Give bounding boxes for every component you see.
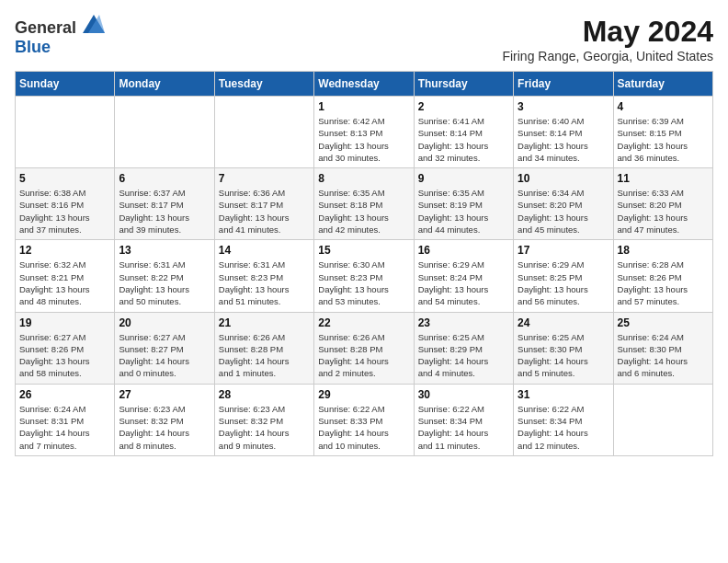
calendar-week-row: 26Sunrise: 6:24 AM Sunset: 8:31 PM Dayli… [16, 384, 713, 455]
calendar-cell: 19Sunrise: 6:27 AM Sunset: 8:26 PM Dayli… [16, 312, 115, 384]
header-saturday: Saturday [613, 72, 712, 97]
calendar-cell [214, 97, 313, 168]
calendar-cell: 11Sunrise: 6:33 AM Sunset: 8:20 PM Dayli… [613, 168, 712, 240]
calendar-cell: 13Sunrise: 6:31 AM Sunset: 8:22 PM Dayli… [115, 240, 214, 312]
calendar-cell: 8Sunrise: 6:35 AM Sunset: 8:18 PM Daylig… [314, 168, 414, 240]
month-title: May 2024 [502, 15, 713, 49]
calendar-cell: 12Sunrise: 6:32 AM Sunset: 8:21 PM Dayli… [16, 240, 115, 312]
calendar-cell: 1Sunrise: 6:42 AM Sunset: 8:13 PM Daylig… [314, 97, 414, 168]
day-info: Sunrise: 6:29 AM Sunset: 8:25 PM Dayligh… [518, 259, 609, 307]
day-number: 8 [318, 172, 409, 185]
day-number: 5 [19, 172, 110, 185]
calendar-body: 1Sunrise: 6:42 AM Sunset: 8:13 PM Daylig… [16, 97, 713, 456]
day-number: 7 [219, 172, 310, 185]
header-sunday: Sunday [16, 72, 115, 97]
logo-text: General Blue [15, 15, 105, 57]
calendar-table: SundayMondayTuesdayWednesdayThursdayFrid… [15, 71, 713, 456]
logo-blue: Blue [15, 38, 51, 56]
day-number: 2 [418, 100, 509, 113]
header-thursday: Thursday [414, 72, 513, 97]
day-number: 1 [318, 100, 409, 113]
day-info: Sunrise: 6:33 AM Sunset: 8:20 PM Dayligh… [618, 187, 709, 236]
day-info: Sunrise: 6:27 AM Sunset: 8:27 PM Dayligh… [119, 331, 210, 380]
calendar-cell: 22Sunrise: 6:26 AM Sunset: 8:28 PM Dayli… [314, 312, 414, 384]
day-number: 15 [318, 244, 409, 257]
day-info: Sunrise: 6:40 AM Sunset: 8:14 PM Dayligh… [518, 115, 609, 164]
calendar-header: SundayMondayTuesdayWednesdayThursdayFrid… [16, 72, 713, 97]
calendar-cell: 7Sunrise: 6:36 AM Sunset: 8:17 PM Daylig… [214, 168, 313, 240]
day-info: Sunrise: 6:22 AM Sunset: 8:34 PM Dayligh… [518, 403, 609, 452]
calendar-week-row: 5Sunrise: 6:38 AM Sunset: 8:16 PM Daylig… [16, 168, 713, 240]
calendar-cell: 25Sunrise: 6:24 AM Sunset: 8:30 PM Dayli… [613, 312, 712, 384]
day-number: 28 [219, 388, 310, 401]
day-info: Sunrise: 6:41 AM Sunset: 8:14 PM Dayligh… [418, 115, 509, 164]
calendar-week-row: 19Sunrise: 6:27 AM Sunset: 8:26 PM Dayli… [16, 312, 713, 384]
calendar-cell: 24Sunrise: 6:25 AM Sunset: 8:30 PM Dayli… [514, 312, 613, 384]
title-area: May 2024 Firing Range, Georgia, United S… [502, 15, 713, 63]
day-info: Sunrise: 6:32 AM Sunset: 8:21 PM Dayligh… [19, 259, 110, 307]
day-info: Sunrise: 6:30 AM Sunset: 8:23 PM Dayligh… [318, 259, 409, 307]
day-number: 21 [219, 316, 310, 329]
day-number: 20 [119, 316, 210, 329]
logo-general: General [15, 18, 76, 37]
calendar-cell: 21Sunrise: 6:26 AM Sunset: 8:28 PM Dayli… [214, 312, 313, 384]
day-number: 3 [518, 100, 609, 113]
page-header: General Blue May 2024 Firing Range, Geor… [15, 15, 713, 63]
day-number: 26 [19, 388, 110, 401]
calendar-cell: 17Sunrise: 6:29 AM Sunset: 8:25 PM Dayli… [514, 240, 613, 312]
calendar-cell: 10Sunrise: 6:34 AM Sunset: 8:20 PM Dayli… [514, 168, 613, 240]
day-info: Sunrise: 6:22 AM Sunset: 8:34 PM Dayligh… [418, 403, 509, 452]
day-info: Sunrise: 6:23 AM Sunset: 8:32 PM Dayligh… [219, 403, 310, 452]
calendar-cell: 4Sunrise: 6:39 AM Sunset: 8:15 PM Daylig… [613, 97, 712, 168]
header-wednesday: Wednesday [314, 72, 414, 97]
day-number: 18 [618, 244, 709, 257]
day-info: Sunrise: 6:27 AM Sunset: 8:26 PM Dayligh… [19, 331, 110, 380]
header-monday: Monday [115, 72, 214, 97]
header-friday: Friday [514, 72, 613, 97]
day-info: Sunrise: 6:35 AM Sunset: 8:18 PM Dayligh… [318, 187, 409, 236]
calendar-cell: 31Sunrise: 6:22 AM Sunset: 8:34 PM Dayli… [514, 384, 613, 455]
calendar-cell: 15Sunrise: 6:30 AM Sunset: 8:23 PM Dayli… [314, 240, 414, 312]
day-number: 9 [418, 172, 509, 185]
calendar-cell: 14Sunrise: 6:31 AM Sunset: 8:23 PM Dayli… [214, 240, 313, 312]
header-tuesday: Tuesday [214, 72, 313, 97]
calendar-cell: 26Sunrise: 6:24 AM Sunset: 8:31 PM Dayli… [16, 384, 115, 455]
day-info: Sunrise: 6:34 AM Sunset: 8:20 PM Dayligh… [518, 187, 609, 236]
calendar-cell [115, 97, 214, 168]
calendar-cell [613, 384, 712, 455]
day-number: 6 [119, 172, 210, 185]
day-info: Sunrise: 6:24 AM Sunset: 8:30 PM Dayligh… [618, 331, 709, 380]
day-info: Sunrise: 6:26 AM Sunset: 8:28 PM Dayligh… [318, 331, 409, 380]
location-title: Firing Range, Georgia, United States [502, 49, 713, 63]
header-row: SundayMondayTuesdayWednesdayThursdayFrid… [16, 72, 713, 97]
day-info: Sunrise: 6:31 AM Sunset: 8:23 PM Dayligh… [219, 259, 310, 307]
logo-icon [83, 15, 105, 33]
day-info: Sunrise: 6:28 AM Sunset: 8:26 PM Dayligh… [618, 259, 709, 307]
calendar-cell: 3Sunrise: 6:40 AM Sunset: 8:14 PM Daylig… [514, 97, 613, 168]
calendar-cell: 9Sunrise: 6:35 AM Sunset: 8:19 PM Daylig… [414, 168, 513, 240]
day-info: Sunrise: 6:25 AM Sunset: 8:30 PM Dayligh… [518, 331, 609, 380]
day-info: Sunrise: 6:29 AM Sunset: 8:24 PM Dayligh… [418, 259, 509, 307]
day-number: 31 [518, 388, 609, 401]
calendar-cell: 20Sunrise: 6:27 AM Sunset: 8:27 PM Dayli… [115, 312, 214, 384]
day-number: 12 [19, 244, 110, 257]
calendar-week-row: 1Sunrise: 6:42 AM Sunset: 8:13 PM Daylig… [16, 97, 713, 168]
day-number: 17 [518, 244, 609, 257]
day-number: 19 [19, 316, 110, 329]
day-number: 11 [618, 172, 709, 185]
calendar-cell: 16Sunrise: 6:29 AM Sunset: 8:24 PM Dayli… [414, 240, 513, 312]
day-info: Sunrise: 6:38 AM Sunset: 8:16 PM Dayligh… [19, 187, 110, 236]
day-number: 10 [518, 172, 609, 185]
calendar-week-row: 12Sunrise: 6:32 AM Sunset: 8:21 PM Dayli… [16, 240, 713, 312]
calendar-cell: 28Sunrise: 6:23 AM Sunset: 8:32 PM Dayli… [214, 384, 313, 455]
day-info: Sunrise: 6:31 AM Sunset: 8:22 PM Dayligh… [119, 259, 210, 307]
calendar-cell: 2Sunrise: 6:41 AM Sunset: 8:14 PM Daylig… [414, 97, 513, 168]
day-info: Sunrise: 6:25 AM Sunset: 8:29 PM Dayligh… [418, 331, 509, 380]
logo: General Blue [15, 15, 105, 57]
day-number: 23 [418, 316, 509, 329]
day-info: Sunrise: 6:24 AM Sunset: 8:31 PM Dayligh… [19, 403, 110, 452]
day-number: 16 [418, 244, 509, 257]
day-number: 27 [119, 388, 210, 401]
day-number: 22 [318, 316, 409, 329]
calendar-cell: 5Sunrise: 6:38 AM Sunset: 8:16 PM Daylig… [16, 168, 115, 240]
